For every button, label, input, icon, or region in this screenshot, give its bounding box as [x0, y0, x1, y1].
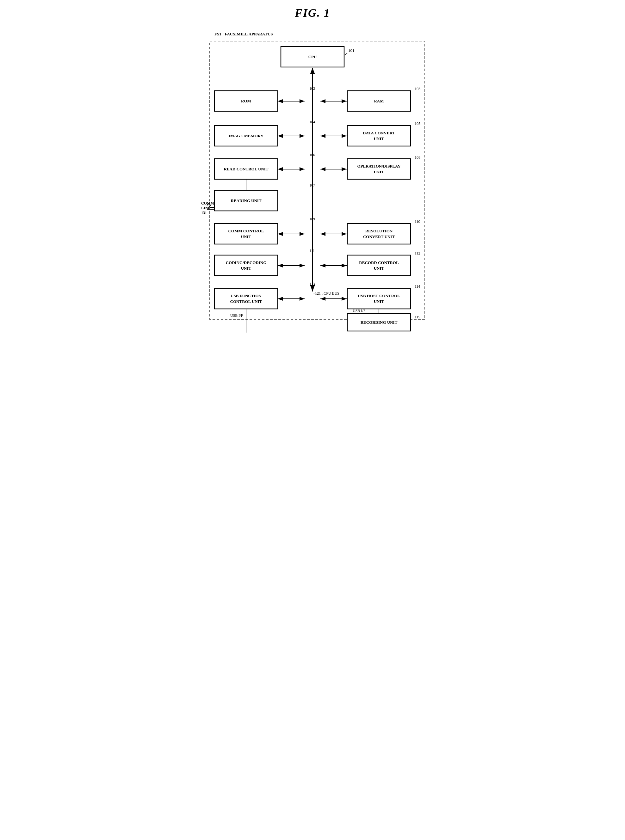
diagram-container: FS1 : FACSIMILE APPARATUS: [196, 29, 429, 333]
svg-rect-9: [347, 126, 410, 146]
data-convert-label1: DATA CONVERT: [363, 130, 395, 135]
ref-107: 107: [309, 183, 315, 188]
comm-control-label2: UNIT: [241, 234, 252, 239]
ref-113: 113: [309, 282, 315, 286]
usb-host-label2: UNIT: [374, 299, 384, 304]
svg-rect-14: [347, 223, 410, 244]
svg-rect-13: [215, 223, 278, 244]
resolution-convert-label1: RESOLUTION: [365, 229, 393, 233]
svg-rect-15: [215, 255, 278, 276]
image-memory-label: IMAGE MEMORY: [229, 133, 264, 138]
resolution-convert-label2: CONVERT UNIT: [363, 234, 395, 239]
op-display-label2: UNIT: [374, 169, 384, 174]
svg-rect-16: [347, 255, 410, 276]
figure-title: FIG. 1: [196, 6, 429, 20]
fs-label: FS1 : FACSIMILE APPARATUS: [215, 32, 273, 37]
ref-111: 111: [309, 248, 315, 253]
rom-block: ROM: [215, 91, 278, 111]
usb-function-label2: CONTROL UNIT: [230, 299, 262, 304]
ref-110: 110: [415, 219, 420, 224]
ref-109: 109: [309, 217, 315, 221]
ref-114: 114: [415, 284, 420, 289]
data-convert-block: DATA CONVERT UNIT: [347, 126, 410, 146]
diagram-svg: CPU 101 102 ROM RAM: [196, 29, 429, 333]
recording-unit-label: RECORDING UNIT: [361, 320, 398, 325]
svg-rect-18: [347, 288, 410, 309]
record-control-block: RECORD CONTROL UNIT: [347, 255, 410, 276]
page: FIG. 1 FS1 : FACSIMILE APPARATUS: [196, 6, 429, 333]
comm-control-block: COMM CONTROL UNIT: [215, 223, 278, 244]
ref-105: 105: [415, 121, 420, 126]
read-control-block: READ CONTROL UNIT: [215, 159, 278, 179]
record-control-label1: RECORD CONTROL: [359, 260, 399, 265]
apparatus-border: [210, 41, 425, 319]
op-display-label1: OPERATION/DISPLAY: [357, 164, 401, 169]
op-display-block: OPERATION/DISPLAY UNIT: [347, 159, 410, 179]
comm-line-label3: 131: [201, 211, 207, 215]
ref-102: 102: [309, 86, 315, 91]
svg-rect-11: [347, 159, 410, 179]
cpu-label: CPU: [308, 54, 317, 59]
ref-106: 106: [309, 153, 315, 157]
ref-104: 104: [309, 120, 315, 124]
resolution-convert-block: RESOLUTION CONVERT UNIT: [347, 223, 410, 244]
comm-control-label1: COMM CONTROL: [228, 229, 264, 233]
ram-block: RAM: [347, 91, 410, 111]
usb-function-label1: USB FUNCTION: [230, 293, 261, 298]
data-convert-label2: UNIT: [374, 136, 384, 141]
coding-decoding-block: CODING/DECODING UNIT: [215, 255, 278, 276]
usb-host-label1: USB HOST CONTROL: [358, 293, 400, 298]
read-control-label: READ CONTROL UNIT: [224, 167, 269, 171]
coding-decoding-label2: UNIT: [241, 266, 252, 271]
rom-label: ROM: [241, 99, 251, 103]
ref-103: 103: [415, 87, 420, 91]
record-control-label2: UNIT: [374, 266, 384, 271]
recording-unit-block: RECORDING UNIT: [347, 314, 410, 331]
ref-108: 108: [415, 155, 420, 160]
ref-115: 115: [415, 315, 420, 319]
usb-if-left-label: USB I/F: [230, 313, 243, 318]
usb-function-block: USB FUNCTION CONTROL UNIT: [215, 288, 278, 309]
reading-unit-block: READING UNIT: [215, 190, 278, 211]
reading-unit-label: READING UNIT: [230, 198, 261, 203]
cpu-ref: 101: [348, 48, 354, 53]
usb-if-right-label: USB I/F: [353, 308, 365, 313]
usb-host-block: USB HOST CONTROL UNIT: [347, 288, 410, 309]
image-memory-block: IMAGE MEMORY: [215, 126, 278, 146]
ram-label: RAM: [374, 99, 384, 103]
svg-line-5: [345, 53, 347, 55]
ref-112: 112: [415, 251, 420, 256]
cpu-block: CPU: [281, 46, 344, 67]
cpu-bus-annotation: 121 : CPU BUS: [315, 291, 339, 296]
svg-rect-17: [215, 288, 278, 309]
coding-decoding-label1: CODING/DECODING: [226, 260, 267, 265]
